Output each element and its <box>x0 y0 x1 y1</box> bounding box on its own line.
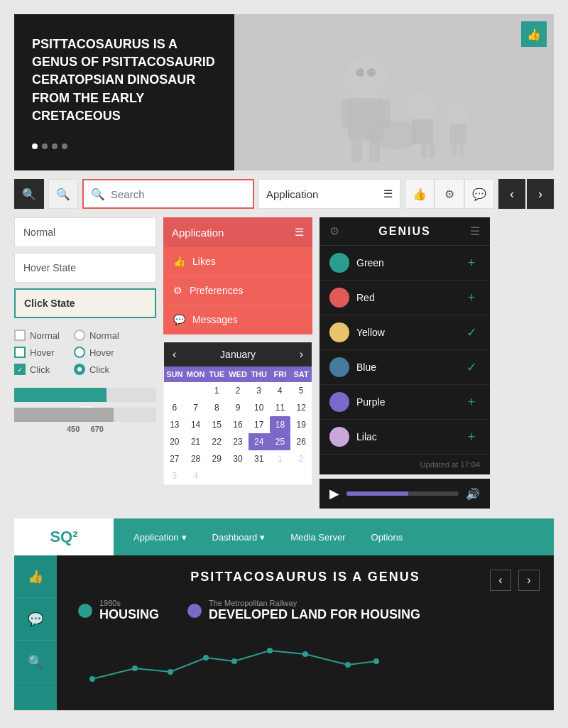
dropdown-preferences[interactable]: ⚙ Preferences <box>163 276 312 305</box>
bottom-headline: PSITTACOSAURUS IS A GENUS <box>78 570 532 585</box>
bottom-sidebar-like[interactable]: 👍 <box>14 555 57 598</box>
cal-cell-24[interactable]: 24 <box>248 433 270 450</box>
play-button[interactable]: ▶ <box>329 486 339 501</box>
cal-cell[interactable]: 9 <box>227 399 248 416</box>
radio-hover-label: Hover <box>89 347 114 358</box>
app-nav-dashboard[interactable]: Dashboard ▾ <box>200 518 278 555</box>
dropdown-messages[interactable]: 💬 Messages <box>163 305 312 335</box>
bottom-nav-next[interactable]: › <box>518 570 540 591</box>
chat-icon-btn[interactable]: 💬 <box>464 179 494 209</box>
radio-normal-btn[interactable] <box>74 330 85 341</box>
cal-cell[interactable]: 13 <box>164 416 185 433</box>
genius-item-blue[interactable]: Blue ✓ <box>320 350 490 385</box>
nav-prev-arrow[interactable]: ‹ <box>498 179 525 209</box>
hero-dot-3[interactable] <box>52 143 58 149</box>
green-add-icon[interactable]: + <box>463 254 480 271</box>
cal-cell[interactable]: 8 <box>206 399 227 416</box>
cal-cell[interactable]: 15 <box>206 416 227 433</box>
bottom-nav-prev[interactable]: ‹ <box>490 570 511 591</box>
hero-dot-1[interactable] <box>32 143 38 149</box>
cal-cell[interactable]: 3 <box>248 382 270 399</box>
normal-input[interactable] <box>14 217 156 247</box>
cal-cell[interactable]: 28 <box>185 450 207 467</box>
settings-icon-btn[interactable]: ⚙ <box>435 179 464 209</box>
checkbox-click-box[interactable]: ✓ <box>14 364 26 375</box>
dropdown-header[interactable]: Application ☰ <box>163 217 312 247</box>
genius-settings-icon[interactable]: ⚙ <box>329 224 339 238</box>
search-icon-light[interactable]: 🔍 <box>48 179 78 209</box>
red-add-icon[interactable]: + <box>463 289 480 306</box>
click-state-input[interactable] <box>14 288 156 318</box>
app-nav-application[interactable]: Application ▾ <box>121 518 200 555</box>
like-icon-btn[interactable]: 👍 <box>405 179 435 209</box>
yellow-check-icon[interactable]: ✓ <box>463 324 480 341</box>
nav-next-arrow[interactable]: › <box>527 179 554 209</box>
bottom-sidebar-search[interactable]: 🔍 <box>14 641 57 683</box>
cal-cell[interactable]: 11 <box>270 399 291 416</box>
cal-cell[interactable]: 10 <box>248 399 270 416</box>
hamburger-icon[interactable]: ☰ <box>383 188 393 200</box>
app-logo[interactable]: SQ² <box>14 518 114 555</box>
progress-bar-1-fill <box>14 388 106 402</box>
blue-check-icon[interactable]: ✓ <box>463 359 480 376</box>
svg-point-1 <box>344 57 387 99</box>
cal-cell[interactable]: 3 <box>164 467 185 484</box>
cal-prev[interactable]: ‹ <box>173 348 176 361</box>
cal-cell[interactable]: 1 <box>206 382 227 399</box>
cal-cell[interactable]: 22 <box>206 433 227 450</box>
cal-cell[interactable]: 4 <box>185 467 207 484</box>
hero-dot-4[interactable] <box>62 143 67 149</box>
app-input-wrap[interactable]: Application ☰ <box>258 179 400 209</box>
bottom-sidebar-chat[interactable]: 💬 <box>14 598 57 641</box>
cal-cell[interactable]: 7 <box>185 399 207 416</box>
cal-cell[interactable]: 29 <box>206 450 227 467</box>
cal-next[interactable]: › <box>300 348 303 361</box>
cal-cell[interactable]: 27 <box>164 450 185 467</box>
hero-like-button[interactable]: 👍 <box>521 21 547 47</box>
purple-add-icon[interactable]: + <box>463 393 480 411</box>
search-icon-dark[interactable]: 🔍 <box>14 179 44 209</box>
cal-cell-25[interactable]: 25 <box>270 433 291 450</box>
cal-cell[interactable]: 1 <box>270 450 291 467</box>
cal-cell[interactable]: 2 <box>290 450 312 467</box>
checkbox-hover-box[interactable] <box>14 347 26 358</box>
genius-item-red[interactable]: Red + <box>320 281 490 315</box>
cal-cell[interactable]: 21 <box>185 433 207 450</box>
radio-click-btn[interactable] <box>74 364 85 375</box>
cal-cell[interactable]: 20 <box>164 433 185 450</box>
app-nav-options[interactable]: Options <box>359 518 416 555</box>
cal-cell[interactable]: 2 <box>227 382 248 399</box>
cal-cell[interactable]: 6 <box>164 399 185 416</box>
cal-cell[interactable]: 5 <box>290 382 312 399</box>
search-input[interactable] <box>111 188 246 200</box>
genius-item-purple[interactable]: Purple + <box>320 385 490 420</box>
cal-cell[interactable]: 23 <box>227 433 248 450</box>
genius-item-lilac[interactable]: Lilac + <box>320 420 490 455</box>
cal-cell-18[interactable]: 18 <box>270 416 291 433</box>
hero-dot-2[interactable] <box>42 143 48 149</box>
genius-item-yellow[interactable]: Yellow ✓ <box>320 315 490 350</box>
green-label: Green <box>356 257 456 268</box>
cal-cell[interactable]: 16 <box>227 416 248 433</box>
genius-item-green[interactable]: Green + <box>320 246 490 281</box>
cal-cell[interactable]: 12 <box>290 399 312 416</box>
svg-rect-15 <box>452 145 457 156</box>
cal-cell[interactable]: 19 <box>290 416 312 433</box>
cal-cell[interactable]: 14 <box>185 416 207 433</box>
cal-cell[interactable] <box>185 382 207 399</box>
lilac-add-icon[interactable]: + <box>463 428 480 445</box>
app-nav-mediaserver[interactable]: Media Server <box>278 518 358 555</box>
player-progress-bar[interactable] <box>346 491 459 496</box>
hover-input[interactable] <box>14 253 156 283</box>
genius-menu-icon[interactable]: ☰ <box>470 224 480 238</box>
cal-cell[interactable] <box>164 382 185 399</box>
radio-hover-btn[interactable] <box>74 347 85 358</box>
cal-cell[interactable]: 17 <box>248 416 270 433</box>
cal-cell[interactable]: 31 <box>248 450 270 467</box>
dropdown-likes[interactable]: 👍 Likes <box>163 247 312 276</box>
cal-cell[interactable]: 4 <box>270 382 291 399</box>
checkbox-normal-box[interactable] <box>14 330 26 341</box>
volume-icon[interactable]: 🔊 <box>466 487 480 501</box>
cal-cell[interactable]: 30 <box>227 450 248 467</box>
cal-cell[interactable]: 26 <box>290 433 312 450</box>
